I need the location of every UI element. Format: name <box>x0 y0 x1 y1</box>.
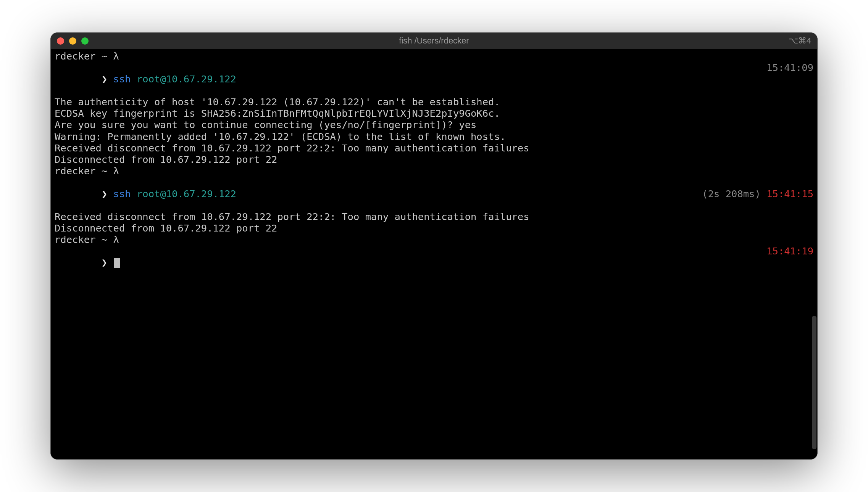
prompt-header-text: rdecker ~ λ <box>55 50 119 62</box>
prompt-line[interactable]: ❯ 15:41:19 <box>55 245 813 280</box>
command-name: ssh <box>113 188 131 199</box>
titlebar: fish /Users/rdecker ⌥⌘4 <box>51 33 817 49</box>
close-icon[interactable] <box>57 37 64 45</box>
window-title: fish /Users/rdecker <box>51 36 817 46</box>
terminal-output: Warning: Permanently added '10.67.29.122… <box>55 131 813 142</box>
minimize-icon[interactable] <box>69 37 76 45</box>
zoom-icon[interactable] <box>81 37 89 45</box>
prompt-glyph: ❯ <box>102 73 107 85</box>
terminal-output: Received disconnect from 10.67.29.122 po… <box>55 211 813 222</box>
prompt-timestamp: 15:41:15 <box>766 188 813 199</box>
terminal-output: Disconnected from 10.67.29.122 port 22 <box>55 154 813 165</box>
terminal-output: Are you sure you want to continue connec… <box>55 119 813 130</box>
command-arg: root@10.67.29.122 <box>137 73 236 85</box>
terminal-output: The authenticity of host '10.67.29.122 (… <box>55 96 813 108</box>
terminal-body[interactable]: rdecker ~ λ ❯ ssh root@10.67.29.122 15:4… <box>51 49 817 459</box>
terminal-output: ECDSA key fingerprint is SHA256:ZnSiInTB… <box>55 108 813 119</box>
prompt-header-text: rdecker ~ λ <box>55 234 119 245</box>
prompt-glyph: ❯ <box>102 257 107 268</box>
prompt-header: rdecker ~ λ <box>55 50 813 62</box>
prompt-timestamp: 15:41:19 <box>766 245 813 280</box>
window-shortcut-hint: ⌥⌘4 <box>789 36 811 46</box>
prompt-header: rdecker ~ λ <box>55 165 813 177</box>
terminal-window: fish /Users/rdecker ⌥⌘4 rdecker ~ λ ❯ ss… <box>50 32 818 460</box>
command-duration: (2s 208ms) <box>702 188 766 199</box>
prompt-header-text: rdecker ~ λ <box>55 165 119 177</box>
prompt-glyph: ❯ <box>102 188 107 199</box>
traffic-lights <box>57 37 89 45</box>
command-name: ssh <box>113 73 131 85</box>
cursor-icon <box>114 258 120 268</box>
prompt-line: ❯ ssh root@10.67.29.122 15:41:09 <box>55 62 813 96</box>
terminal-output: Received disconnect from 10.67.29.122 po… <box>55 142 813 154</box>
prompt-line: ❯ ssh root@10.67.29.122 (2s 208ms) 15:41… <box>55 177 813 211</box>
scrollbar-thumb[interactable] <box>812 316 816 449</box>
prompt-timestamp: 15:41:09 <box>766 62 813 96</box>
command-arg: root@10.67.29.122 <box>137 188 236 199</box>
terminal-output: Disconnected from 10.67.29.122 port 22 <box>55 222 813 234</box>
prompt-header: rdecker ~ λ <box>55 234 813 245</box>
